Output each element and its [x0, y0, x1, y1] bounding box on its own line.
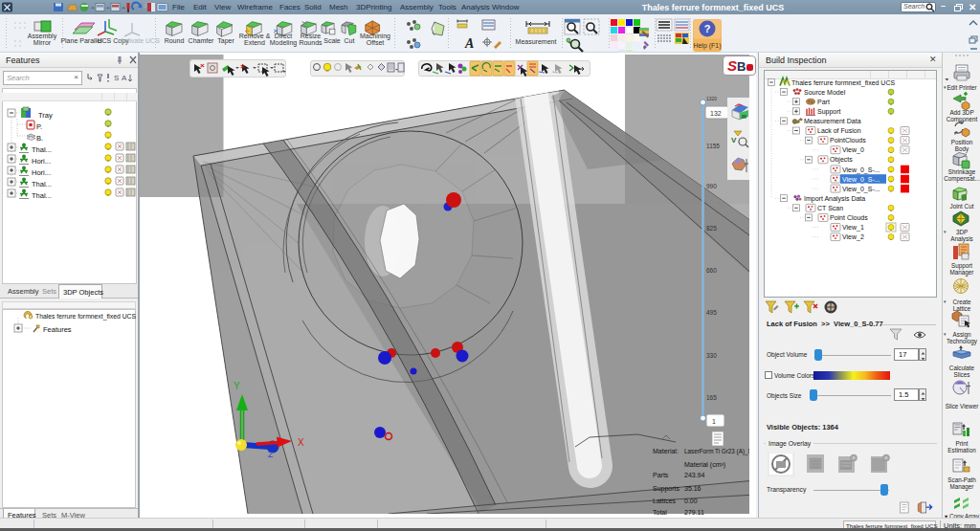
svg-text:Z: Z [268, 450, 273, 459]
svg-text:0.00: 0.00 [684, 498, 698, 504]
svg-text:330: 330 [706, 352, 717, 359]
svg-text:Parts: Parts [653, 472, 669, 478]
svg-text:1155: 1155 [706, 143, 720, 149]
svg-text:Support: Support [817, 108, 841, 116]
svg-text:495: 495 [706, 309, 717, 316]
svg-text:Part: Part [817, 99, 830, 105]
svg-text:View_2: View_2 [842, 233, 864, 241]
svg-text:279.11: 279.11 [684, 509, 704, 516]
svg-text:A: A [122, 74, 127, 82]
svg-text:CT Scan: CT Scan [817, 205, 843, 211]
svg-text:Measurement Data: Measurement Data [804, 118, 861, 124]
svg-text:Total: Total [653, 509, 667, 516]
svg-text:View_1: View_1 [842, 224, 864, 232]
svg-text:165: 165 [706, 394, 717, 401]
svg-text:LaserForm Ti Gr23 (A)_S: LaserForm Ti Gr23 (A)_S [684, 448, 752, 455]
svg-text:Supports: Supports [653, 485, 680, 493]
svg-text:Material:: Material: [653, 448, 679, 454]
svg-text:?: ? [704, 23, 711, 34]
svg-text:Lack of Fusion: Lack of Fusion [817, 127, 861, 134]
svg-text:1320: 1320 [706, 96, 717, 101]
svg-text:A: A [464, 36, 474, 51]
svg-text:PointClouds: PointClouds [830, 137, 866, 144]
svg-text:View_0_S-...: View_0_S-... [842, 186, 880, 193]
svg-text:Objects: Objects [830, 156, 853, 164]
svg-text:Material (cm³): Material (cm³) [684, 461, 725, 469]
svg-text:V: V [731, 136, 737, 144]
svg-text:Import Analysis Data: Import Analysis Data [804, 195, 865, 203]
svg-text:View_0_S-...: View_0_S-... [842, 176, 880, 184]
svg-text:×: × [240, 62, 245, 71]
svg-text:825: 825 [706, 225, 717, 232]
svg-text:660: 660 [706, 267, 717, 274]
svg-text:132: 132 [710, 110, 722, 117]
svg-text:35.16: 35.16 [684, 485, 702, 492]
svg-text:View_0: View_0 [842, 146, 864, 154]
svg-text:Point Clouds: Point Clouds [830, 214, 868, 221]
svg-text:X: X [298, 437, 304, 448]
svg-text:S: S [114, 74, 119, 82]
svg-text:×: × [200, 61, 205, 70]
svg-text:Help (F1): Help (F1) [693, 42, 721, 50]
svg-text:Y: Y [234, 381, 240, 391]
svg-text:Thales ferrure formnext_fixed: Thales ferrure formnext_fixed UCS [791, 79, 895, 87]
svg-text:990: 990 [706, 183, 717, 189]
svg-text:Source Model: Source Model [804, 89, 846, 96]
svg-text:1: 1 [712, 418, 716, 425]
svg-text:Lattices: Lattices [653, 498, 677, 504]
svg-text:243.94: 243.94 [684, 472, 705, 478]
svg-text:View_0_S-...: View_0_S-... [842, 166, 880, 174]
